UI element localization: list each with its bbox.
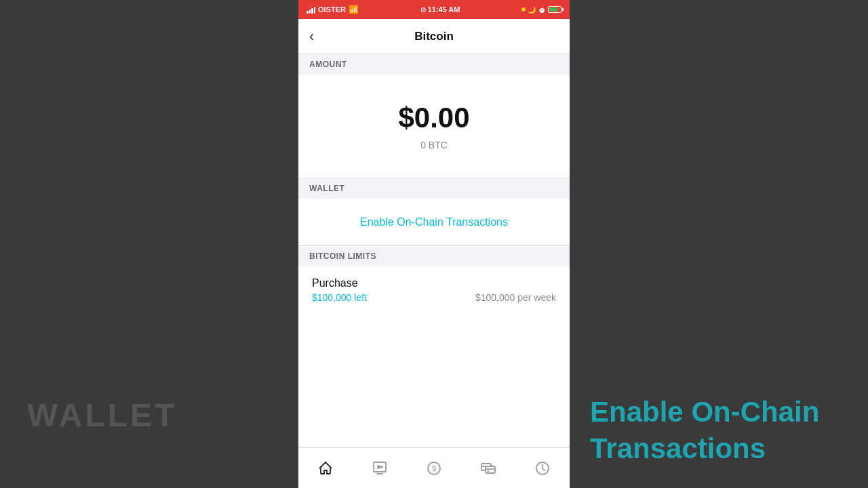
dot-indicator [521, 7, 526, 12]
battery-icon [548, 6, 561, 13]
page-header: ‹ Bitcoin [298, 19, 570, 54]
clock-time: 11:45 AM [428, 5, 460, 14]
main-content: AMOUNT $0.00 0 BTC WALLET Enable On-Chai… [298, 54, 570, 447]
back-button[interactable]: ‹ [309, 29, 314, 44]
limits-section: Purchase $100,000 left $100,000 per week [298, 266, 570, 314]
bg-right-text: Enable On-Chain Transactions [590, 394, 848, 468]
wallet-section-header: WALLET [298, 178, 570, 199]
amount-section: $0.00 0 BTC [298, 75, 570, 178]
limits-section-header: BITCOIN LIMITS [298, 246, 570, 266]
purchase-per-week: $100,000 per week [475, 292, 556, 303]
amount-section-header: AMOUNT [298, 54, 570, 75]
dollar-icon: $ [426, 460, 442, 476]
svg-marker-1 [378, 466, 383, 468]
purchase-left-amount: $100,000 left [312, 292, 367, 303]
nav-item-home[interactable] [311, 458, 340, 479]
phone-container: OISTER 📶 ⊙ 11:45 AM 🌙 ⏰ ‹ Bitcoin AMOUNT… [298, 0, 570, 488]
card-icon [480, 460, 496, 476]
background-left: WALLET [0, 0, 298, 488]
amount-usd: $0.00 [398, 102, 469, 134]
svg-text:$: $ [432, 464, 436, 472]
home-icon [317, 460, 334, 476]
svg-rect-7 [486, 466, 495, 473]
nav-item-card[interactable] [473, 458, 503, 479]
nav-item-history[interactable] [528, 458, 557, 479]
amount-btc: 0 BTC [420, 140, 448, 150]
wifi-icon: 📶 [349, 5, 359, 14]
nav-item-cash[interactable]: $ [419, 458, 449, 479]
alarm-icon: ⏰ [538, 6, 546, 14]
status-bar: OISTER 📶 ⊙ 11:45 AM 🌙 ⏰ [298, 0, 570, 19]
wallet-section: Enable On-Chain Transactions [298, 199, 570, 246]
signal-icon [307, 5, 315, 14]
status-center: ⊙ 11:45 AM [420, 5, 460, 14]
nav-item-activity[interactable] [365, 458, 395, 479]
clock-icon [534, 460, 551, 476]
battery-fill [549, 7, 557, 12]
background-right: Enable On-Chain Transactions [570, 0, 868, 488]
carrier-name: OISTER [318, 5, 346, 14]
play-icon [372, 460, 388, 476]
purchase-limit-row: $100,000 left $100,000 per week [312, 292, 556, 303]
enable-onchain-link[interactable]: Enable On-Chain Transactions [360, 216, 508, 228]
target-icon: ⊙ [420, 6, 426, 14]
moon-icon: 🌙 [528, 6, 536, 14]
status-left: OISTER 📶 [307, 5, 359, 14]
status-right: 🌙 ⏰ [521, 6, 561, 14]
bg-wallet-text: WALLET [27, 396, 271, 434]
purchase-label: Purchase [312, 277, 556, 289]
bottom-navigation: $ [298, 447, 570, 488]
page-title: Bitcoin [414, 30, 454, 43]
